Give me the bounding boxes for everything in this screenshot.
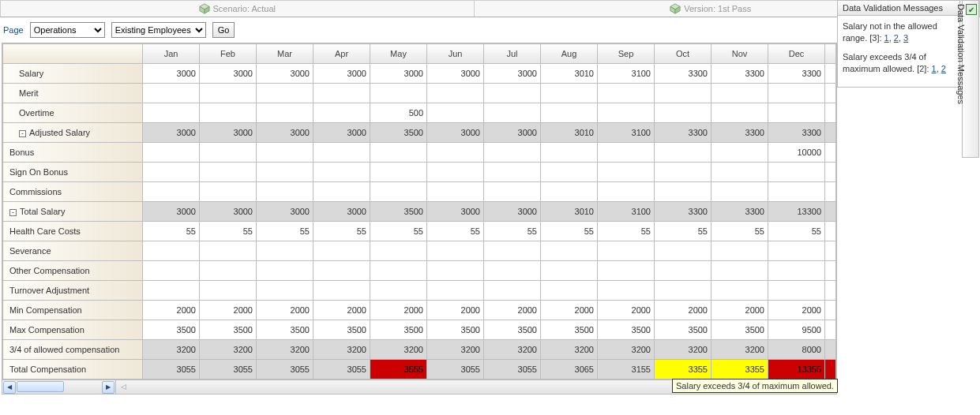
data-cell[interactable]: 3300 xyxy=(655,202,712,222)
data-cell[interactable]: 8000 xyxy=(768,340,825,360)
data-cell[interactable] xyxy=(541,143,598,163)
data-cell[interactable]: 3200 xyxy=(712,340,768,360)
data-cell[interactable] xyxy=(200,182,257,202)
data-cell[interactable] xyxy=(257,261,314,281)
data-cell[interactable] xyxy=(314,182,370,202)
data-cell[interactable]: 3500 xyxy=(598,320,655,340)
data-cell[interactable]: 3000 xyxy=(370,64,427,84)
row-header[interactable]: Overtime xyxy=(3,103,143,123)
data-cell[interactable]: 3155 xyxy=(598,360,655,379)
data-cell[interactable]: 2000 xyxy=(370,301,427,320)
data-cell[interactable]: 55 xyxy=(370,222,427,241)
data-cell[interactable]: 3000 xyxy=(314,123,370,143)
data-cell[interactable]: 10000 xyxy=(768,143,825,163)
data-cell[interactable] xyxy=(427,84,484,103)
data-cell[interactable]: 2000 xyxy=(427,301,484,320)
data-cell[interactable] xyxy=(541,261,598,281)
row-header[interactable]: Sign On Bonus xyxy=(3,163,143,182)
row-header[interactable]: -Adjusted Salary xyxy=(3,123,143,143)
data-cell[interactable] xyxy=(712,163,768,182)
data-cell[interactable]: 3200 xyxy=(427,340,484,360)
data-cell[interactable]: 3500 xyxy=(370,123,427,143)
data-cell[interactable]: 3500 xyxy=(427,320,484,340)
data-cell[interactable]: 3000 xyxy=(143,123,200,143)
data-cell[interactable]: 3000 xyxy=(200,123,257,143)
data-cell[interactable] xyxy=(143,281,200,301)
data-cell[interactable] xyxy=(541,163,598,182)
data-cell[interactable]: 3300 xyxy=(655,64,712,84)
data-cell[interactable]: 3500 xyxy=(541,320,598,340)
data-cell[interactable] xyxy=(598,261,655,281)
data-cell[interactable]: 3000 xyxy=(257,202,314,222)
data-cell[interactable]: 3000 xyxy=(314,64,370,84)
data-cell[interactable] xyxy=(712,182,768,202)
data-cell[interactable]: 9500 xyxy=(768,320,825,340)
data-cell[interactable] xyxy=(598,281,655,301)
data-cell[interactable]: 3000 xyxy=(484,64,541,84)
column-header[interactable]: Jan xyxy=(143,44,200,64)
data-cell[interactable] xyxy=(484,261,541,281)
data-cell[interactable]: 3300 xyxy=(768,123,825,143)
data-cell[interactable] xyxy=(598,143,655,163)
row-header[interactable]: Bonus xyxy=(3,143,143,163)
data-cell[interactable]: 3055 xyxy=(484,360,541,379)
data-cell[interactable]: 3500 xyxy=(370,202,427,222)
data-cell[interactable] xyxy=(655,281,712,301)
row-header[interactable]: Other Compensation xyxy=(3,261,143,281)
data-cell[interactable] xyxy=(598,84,655,103)
data-cell[interactable]: 3000 xyxy=(484,123,541,143)
validation-link[interactable]: 2 xyxy=(941,64,946,73)
row-header[interactable]: Severance xyxy=(3,241,143,261)
data-cell[interactable] xyxy=(370,281,427,301)
data-cell[interactable] xyxy=(712,281,768,301)
data-cell[interactable] xyxy=(655,163,712,182)
data-cell[interactable]: 3000 xyxy=(200,64,257,84)
data-cell[interactable] xyxy=(200,261,257,281)
data-cell[interactable] xyxy=(257,182,314,202)
data-cell[interactable] xyxy=(484,281,541,301)
data-cell[interactable]: 55 xyxy=(484,222,541,241)
data-cell[interactable] xyxy=(370,182,427,202)
data-cell[interactable] xyxy=(655,261,712,281)
data-cell[interactable]: 3500 xyxy=(257,320,314,340)
data-cell[interactable] xyxy=(541,84,598,103)
go-button[interactable]: Go xyxy=(212,22,235,38)
row-header[interactable]: Total Compensation xyxy=(3,360,143,379)
column-header[interactable]: Feb xyxy=(200,44,257,64)
validation-link[interactable]: 3 xyxy=(903,33,908,43)
data-cell[interactable]: 3500 xyxy=(712,320,768,340)
scroll-right-button[interactable]: ▶ xyxy=(102,381,115,394)
data-cell[interactable] xyxy=(200,281,257,301)
row-header[interactable]: Turnover Adjustment xyxy=(3,281,143,301)
column-header[interactable]: Apr xyxy=(314,44,370,64)
data-cell[interactable] xyxy=(143,163,200,182)
data-cell[interactable] xyxy=(655,84,712,103)
data-cell[interactable]: 55 xyxy=(712,222,768,241)
data-cell[interactable]: 3100 xyxy=(598,202,655,222)
data-cell[interactable] xyxy=(314,163,370,182)
data-cell[interactable]: 3000 xyxy=(143,202,200,222)
data-cell[interactable] xyxy=(541,241,598,261)
data-cell[interactable]: 3355 xyxy=(712,360,768,379)
data-cell[interactable]: 55 xyxy=(314,222,370,241)
data-cell[interactable] xyxy=(768,241,825,261)
data-cell[interactable]: 3000 xyxy=(427,64,484,84)
data-cell[interactable]: 3200 xyxy=(541,340,598,360)
row-header[interactable]: Merit xyxy=(3,84,143,103)
data-cell[interactable] xyxy=(370,84,427,103)
data-cell[interactable]: 3000 xyxy=(143,64,200,84)
data-cell[interactable] xyxy=(200,163,257,182)
data-cell[interactable]: 3200 xyxy=(257,340,314,360)
data-cell[interactable]: 2000 xyxy=(143,301,200,320)
data-cell[interactable] xyxy=(541,103,598,123)
data-cell[interactable]: 3000 xyxy=(257,64,314,84)
expander-icon[interactable]: - xyxy=(19,130,26,137)
data-cell[interactable]: 3055 xyxy=(200,360,257,379)
data-cell[interactable] xyxy=(200,241,257,261)
data-cell[interactable] xyxy=(712,84,768,103)
data-cell[interactable]: 55 xyxy=(655,222,712,241)
page-dim2-select[interactable]: Existing Employees xyxy=(111,22,206,38)
data-cell[interactable]: 3000 xyxy=(314,202,370,222)
data-cell[interactable] xyxy=(484,163,541,182)
column-header[interactable]: Sep xyxy=(598,44,655,64)
